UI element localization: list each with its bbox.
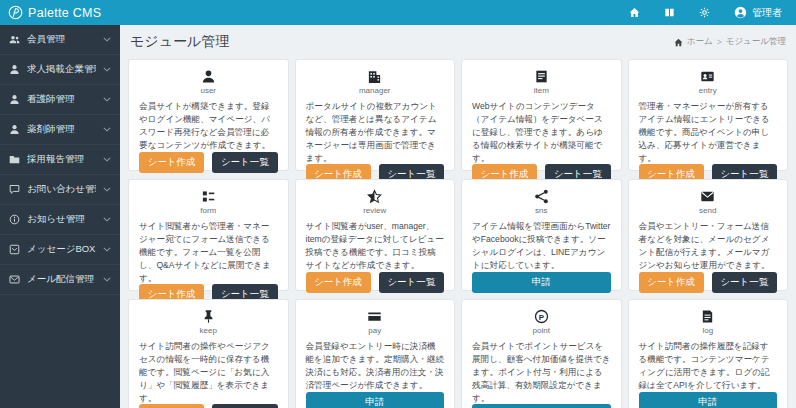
- module-description: Webサイトのコンテンツデータ（アイテム情報）をデータベースに登録し、管理できま…: [472, 100, 611, 164]
- page-title: モジュール管理: [130, 33, 229, 51]
- envelope-icon: [639, 189, 778, 205]
- module-description: サイト閲覧者がuser、manager、itemの登録データに対してレビュー投稿…: [306, 220, 445, 272]
- message-icon: [9, 244, 20, 255]
- user-avatar-icon: [734, 6, 747, 19]
- credit-card-icon: [306, 309, 445, 325]
- sheet-create-button[interactable]: シート作成: [639, 272, 704, 293]
- module-description: サイト閲覧者から管理者・マネージャー宛てにフォーム送信できる機能です。フォーム一…: [139, 220, 278, 284]
- info-icon: [9, 214, 20, 225]
- module-description: ポータルサイトの複数アカウントなど、管理者とは異なるアイテム情報の所有者が作成で…: [306, 100, 445, 164]
- share-icon: [472, 189, 611, 205]
- module-name: review: [306, 206, 445, 215]
- module-card-pay: pay 会員登録やエントリー時に決済機能を追加できます。定期購入・継続決済にも対…: [295, 299, 456, 408]
- apply-button[interactable]: 申請: [306, 392, 445, 408]
- module-description: サイト訪問者の操作履歴を記録する機能です。コンテンツマーケティングに活用できます…: [639, 340, 778, 392]
- module-description: 会員サイトでポイントサービスを展開し、顧客へ付加価値を提供できます。ポイント付与…: [472, 340, 611, 404]
- module-name: pay: [306, 326, 445, 335]
- sidebar-item-nurse-management[interactable]: 看護師管理: [0, 85, 120, 115]
- sidebar-item-mail-delivery-management[interactable]: メール配信管理: [0, 265, 120, 295]
- sidebar-item-news-management[interactable]: お知らせ管理: [0, 205, 120, 235]
- sheet-list-button[interactable]: シート一覧: [212, 152, 277, 173]
- app-root: Palette CMS 管理者 会員管理 求人掲載企業管理: [0, 0, 796, 408]
- module-name: form: [139, 206, 278, 215]
- apply-button[interactable]: 申請: [472, 404, 611, 408]
- user-icon: [139, 69, 278, 85]
- chevron-down-icon: [103, 217, 111, 222]
- module-card-send: send 会員やエントリー・フォーム送信者などを対象に、メールのセグメント配信が…: [628, 179, 789, 291]
- module-name: keep: [139, 326, 278, 335]
- module-card-review: review サイト閲覧者がuser、manager、itemの登録データに対し…: [295, 179, 456, 291]
- user-icon: [9, 124, 20, 135]
- module-name: point: [472, 326, 611, 335]
- module-description: アイテム情報を管理画面からTwitterやFacebookに投稿できます。ソーシ…: [472, 220, 611, 272]
- module-card-log: log サイト訪問者の操作履歴を記録する機能です。コンテンツマーケティングに活用…: [628, 299, 789, 408]
- chevron-down-icon: [103, 247, 111, 252]
- sidebar: 会員管理 求人掲載企業管理 看護師管理 薬剤師管理 採用報告管理: [0, 25, 120, 408]
- settings-gear-icon[interactable]: [699, 7, 710, 18]
- sheet-list-button[interactable]: シート一覧: [379, 272, 444, 293]
- comment-icon: [9, 184, 20, 195]
- module-name: manager: [306, 86, 445, 95]
- module-name: sns: [472, 206, 611, 215]
- sidebar-item-job-company-management[interactable]: 求人掲載企業管理: [0, 55, 120, 85]
- star-half-icon: [306, 189, 445, 205]
- sheet-list-button[interactable]: シート一覧: [212, 404, 277, 408]
- folder-icon: [9, 154, 20, 165]
- form-icon: [139, 189, 278, 205]
- users-icon: [9, 34, 20, 45]
- chevron-down-icon: [103, 127, 111, 132]
- home-icon[interactable]: [629, 7, 640, 18]
- home-icon: [674, 38, 683, 47]
- apply-button[interactable]: 申請: [639, 392, 778, 408]
- module-name: item: [472, 86, 611, 95]
- sidebar-item-inquiry-management[interactable]: お問い合わせ管理: [0, 175, 120, 205]
- header-actions: 管理者: [629, 6, 782, 20]
- sheet-create-button[interactable]: シート作成: [139, 404, 204, 408]
- brand-title: Palette CMS: [28, 6, 101, 20]
- mail-icon: [9, 274, 20, 285]
- id-card-icon: [639, 69, 778, 85]
- module-description: サイト訪問者の操作やページアクセスの情報を一時的に保存する機能です。閲覧ページに…: [139, 340, 278, 404]
- module-card-form: form サイト閲覧者から管理者・マネージャー宛てにフォーム送信できる機能です。…: [128, 179, 289, 291]
- sidebar-item-message-box[interactable]: メッセージBOX: [0, 235, 120, 265]
- module-card-user: user 会員サイトが構築できます。登録やログイン機能、マイページ、パスワード再…: [128, 59, 289, 171]
- module-card-sns: sns アイテム情報を管理画面からTwitterやFacebookに投稿できます…: [461, 179, 622, 291]
- palette-logo-icon: [8, 5, 23, 20]
- module-name: entry: [639, 86, 778, 95]
- sheet-create-button[interactable]: シート作成: [139, 152, 204, 173]
- pushpin-icon: [139, 309, 278, 325]
- docs-icon[interactable]: [664, 7, 675, 18]
- user-icon: [9, 94, 20, 105]
- document-icon: [472, 69, 611, 85]
- apply-button[interactable]: 申請: [472, 272, 611, 293]
- chevron-down-icon: [103, 67, 111, 72]
- module-card-entry: entry 管理者・マネージャーが所有するアイテム情報にエントリーできる機能です…: [628, 59, 789, 171]
- account-menu[interactable]: 管理者: [734, 6, 782, 20]
- module-card-item: item Webサイトのコンテンツデータ（アイテム情報）をデータベースに登録し、…: [461, 59, 622, 171]
- module-name: send: [639, 206, 778, 215]
- sidebar-item-member-management[interactable]: 会員管理: [0, 25, 120, 55]
- breadcrumb-home-link[interactable]: ホーム: [687, 36, 713, 48]
- module-description: 会員登録やエントリー時に決済機能を追加できます。定期購入・継続決済にも対応。決済…: [306, 340, 445, 392]
- chevron-down-icon: [103, 187, 111, 192]
- module-card-keep: keep サイト訪問者の操作やページアクセスの情報を一時的に保存する機能です。閲…: [128, 299, 289, 408]
- breadcrumb-separator: >: [717, 37, 722, 47]
- sheet-create-button[interactable]: シート作成: [306, 272, 371, 293]
- breadcrumb: ホーム > モジュール管理: [674, 36, 786, 48]
- chevron-down-icon: [103, 157, 111, 162]
- module-name: log: [639, 326, 778, 335]
- module-card-point: point 会員サイトでポイントサービスを展開し、顧客へ付加価値を提供できます。…: [461, 299, 622, 408]
- sidebar-item-hiring-report-management[interactable]: 採用報告管理: [0, 145, 120, 175]
- account-label: 管理者: [752, 6, 782, 20]
- module-name: user: [139, 86, 278, 95]
- app-header: Palette CMS 管理者: [0, 0, 796, 25]
- chevron-down-icon: [103, 277, 111, 282]
- breadcrumb-current: モジュール管理: [726, 36, 786, 48]
- main-content: モジュール管理 ホーム > モジュール管理 user 会員サイトが構築できます。…: [120, 25, 796, 408]
- sheet-list-button[interactable]: シート一覧: [712, 272, 777, 293]
- chevron-down-icon: [103, 97, 111, 102]
- module-card-manager: manager ポータルサイトの複数アカウントなど、管理者とは異なるアイテム情報…: [295, 59, 456, 171]
- module-description: 会員サイトが構築できます。登録やログイン機能、マイページ、パスワード再発行など会…: [139, 100, 278, 152]
- brand-logo[interactable]: Palette CMS: [8, 5, 101, 20]
- sidebar-item-pharmacist-management[interactable]: 薬剤師管理: [0, 115, 120, 145]
